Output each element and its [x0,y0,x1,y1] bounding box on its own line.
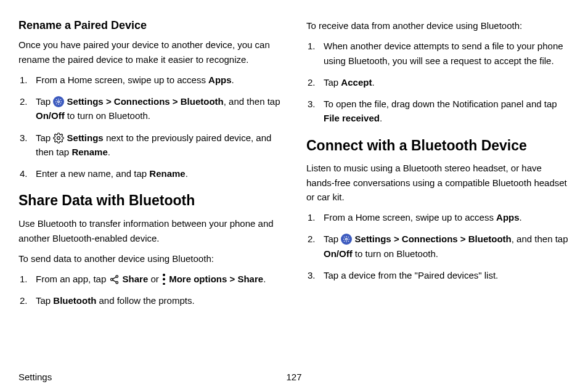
text: Tap [324,77,341,88]
svg-point-2 [116,275,118,277]
list-item: From a Home screen, swipe up to access A… [306,210,570,224]
connect-steps: From a Home screen, swipe up to access A… [306,210,570,282]
bold: Connections [114,96,170,107]
text: To open the file, drag down the Notifica… [324,99,557,109]
bold: More options [169,274,227,284]
bold: Bluetooth [468,234,512,244]
text: and follow the prompts. [96,295,194,306]
list-item: Tap Accept. [306,75,570,89]
bold: > [104,96,114,107]
list-item: When another device attempts to send a f… [306,39,570,68]
paragraph: Once you have paired your device to anot… [18,38,282,67]
list-item: Tap Bluetooth and follow the prompts. [18,293,282,308]
bold: On/Off [36,110,65,121]
svg-line-6 [113,280,116,282]
bold: Bluetooth [181,96,224,107]
receive-steps: When another device attempts to send a f… [306,39,570,125]
svg-point-1 [57,136,60,139]
rename-steps: From a Home screen, swipe up to access A… [18,73,282,181]
paragraph: Listen to music using a Bluetooth stereo… [306,161,570,204]
text: Tap [324,234,341,244]
bold: Connections [402,234,458,244]
svg-point-4 [116,281,118,284]
bold: Bluetooth [53,295,96,306]
text: , and then tap [512,234,568,244]
text: . [263,274,266,284]
bold: On/Off [324,248,353,259]
footer-page-number: 127 [286,372,301,382]
share-icon [108,274,120,285]
text: . [520,212,522,223]
text: to turn on Bluetooth. [65,110,150,121]
bold: Settings [355,234,391,244]
text: , and then tap [224,96,280,107]
bold: Settings [67,96,104,107]
text: . [380,113,382,123]
text: Tap [36,133,53,143]
bold: File received [324,113,380,123]
bold: > [391,234,402,244]
paragraph: To send data to another device using Blu… [18,251,282,266]
bold: Rename [71,147,107,157]
heading-rename: Rename a Paired Device [18,18,282,33]
heading-connect: Connect with a Bluetooth Device [306,137,570,155]
svg-point-3 [110,278,113,280]
list-item: To open the file, drag down the Notifica… [306,97,570,126]
text: to turn on Bluetooth. [353,248,438,259]
list-item: Enter a new name, and tap Rename. [18,166,282,181]
bold: Apps [496,212,520,223]
bold: Settings [67,133,104,143]
text: . [186,168,188,179]
list-item: Tap Settings next to the previously pair… [18,131,282,160]
bold: Share [237,274,263,284]
settings-gear-outline-icon [53,133,64,144]
bold: Apps [208,75,232,85]
text: . [372,77,374,88]
text: Tap [36,96,53,107]
settings-gear-blue-icon [341,234,352,245]
text: From a Home screen, swipe up to access [36,75,208,85]
bold: Rename [149,168,185,179]
bold: > [458,234,468,244]
text: Enter a new name, and tap [36,168,149,179]
right-column: To receive data from another device usin… [306,18,570,316]
list-item: From an app, tap Share or More options >… [18,272,282,286]
settings-gear-blue-icon [53,96,64,107]
list-item: From a Home screen, swipe up to access A… [18,73,282,87]
list-item: Tap a device from the "Paired devices" l… [306,268,570,282]
paragraph: To receive data from another device usin… [306,18,570,33]
list-item: Tap Settings > Connections > Bluetooth, … [18,94,282,123]
svg-point-7 [346,239,348,240]
text: From a Home screen, swipe up to access [324,212,496,223]
list-item: Tap Settings > Connections > Bluetooth, … [306,232,570,261]
text: . [232,75,234,85]
bold: Accept [341,77,372,88]
heading-share: Share Data with Bluetooth [18,192,282,210]
text: or [148,274,161,284]
svg-line-5 [113,277,116,279]
left-column: Rename a Paired Device Once you have pai… [18,18,282,316]
bold: > [170,96,181,107]
text: From an app, tap [36,274,108,284]
bold: Share [123,274,149,284]
text: . [108,147,110,157]
paragraph: Use Bluetooth to transfer information be… [18,216,282,245]
svg-point-0 [58,101,60,103]
page-footer: Settings 127 [18,372,570,382]
send-steps: From an app, tap Share or More options >… [18,272,282,308]
more-options-icon [162,274,166,285]
bold: > [227,274,237,284]
two-column-layout: Rename a Paired Device Once you have pai… [18,18,570,316]
text: Tap [36,295,53,306]
footer-section: Settings [18,372,52,382]
